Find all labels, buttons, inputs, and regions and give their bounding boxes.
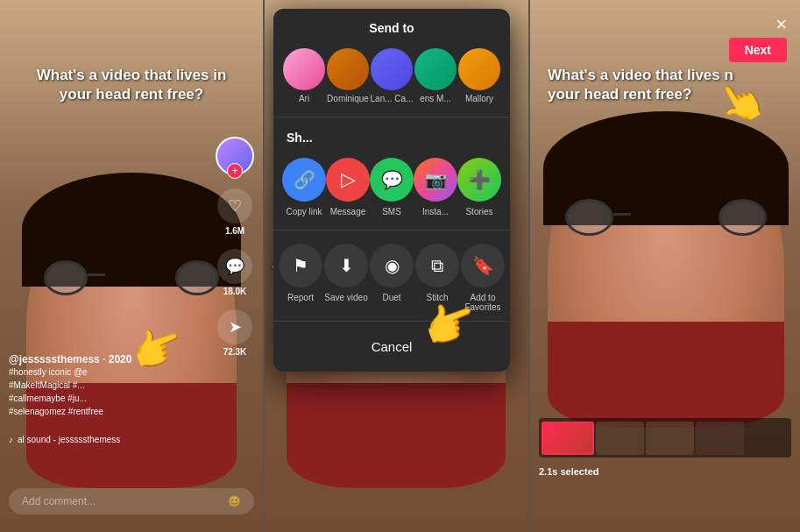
username: @jesssssthemess · 2020 bbox=[9, 353, 131, 365]
left-glasses-bridge bbox=[88, 273, 105, 276]
share-sms[interactable]: 💬 SMS bbox=[370, 158, 414, 216]
heart-icon: ♡ bbox=[217, 188, 252, 223]
report-label: Report bbox=[287, 293, 314, 302]
save-label: Save video bbox=[324, 293, 367, 302]
emoji-icon: 😊 bbox=[228, 495, 241, 507]
timeline-thumb-selected bbox=[542, 422, 594, 455]
left-actions: + ♡ 1.6M 💬 18.0K ➤ 72.3K bbox=[216, 137, 254, 357]
report-icon: ⚑ bbox=[279, 244, 322, 287]
avatar-item[interactable]: + bbox=[216, 137, 254, 175]
stitch-icon: ⧉ bbox=[415, 244, 459, 287]
share-message[interactable]: ▷ Message bbox=[326, 158, 370, 216]
left-glasses-left bbox=[44, 260, 88, 295]
right-glasses-bridge bbox=[613, 213, 631, 216]
sms-label: SMS bbox=[382, 207, 401, 216]
contact-avatar-dominique bbox=[327, 48, 369, 90]
copy-link-icon: 🔗 bbox=[282, 158, 326, 202]
stories-label: Stories bbox=[465, 207, 492, 216]
stitch-label: Stitch bbox=[426, 293, 448, 302]
middle-video-panel: What's a video that lives in your head r… bbox=[263, 0, 530, 532]
share-icons-row: 🔗 Copy link ▷ Message 💬 SMS 📷 Insta... ➕… bbox=[273, 153, 510, 230]
share-stories[interactable]: ➕ Stories bbox=[457, 158, 501, 216]
contact-avatar-ari bbox=[283, 48, 325, 90]
favorites-label: Add to Favorites bbox=[464, 293, 500, 312]
instagram-icon: 📷 bbox=[414, 158, 457, 202]
right-sweater bbox=[548, 322, 784, 427]
timeline-thumb-4 bbox=[696, 422, 744, 455]
timeline-thumb-3 bbox=[646, 422, 694, 455]
share-icon: ➤ bbox=[217, 309, 252, 344]
favorites-icon: 🔖 bbox=[461, 244, 505, 287]
contact-avatar-lan bbox=[371, 48, 413, 90]
contact-name-ari: Ari bbox=[299, 94, 309, 103]
comment-count: 18.0K bbox=[223, 287, 247, 296]
comment-icon: 💬 bbox=[217, 249, 252, 284]
music-icon: ♪ bbox=[9, 435, 13, 444]
action-duet[interactable]: ◉ Duet bbox=[370, 244, 414, 312]
left-video-panel: What's a video that lives in your head r… bbox=[0, 0, 263, 532]
stories-icon: ➕ bbox=[457, 158, 501, 202]
action-stitch[interactable]: ⧉ Stitch bbox=[415, 244, 459, 312]
cancel-button[interactable]: Cancel bbox=[273, 330, 510, 363]
share-count: 72.3K bbox=[223, 347, 247, 357]
modal-divider1 bbox=[273, 117, 510, 117]
copy-link-label: Copy link bbox=[286, 207, 322, 216]
message-label: Message bbox=[330, 207, 366, 216]
share-section-label: Sh... bbox=[273, 126, 510, 153]
next-button[interactable]: Next bbox=[729, 38, 787, 62]
timeline-thumb-2 bbox=[596, 422, 644, 455]
contact-mallory[interactable]: Mallory bbox=[457, 48, 501, 103]
comment-placeholder: Add comment... bbox=[22, 495, 96, 507]
contact-lan[interactable]: Lan... Ca... bbox=[370, 48, 414, 103]
duet-label: Duet bbox=[382, 293, 400, 302]
share-action[interactable]: ➤ 72.3K bbox=[217, 309, 252, 357]
selected-label: 2.1s selected bbox=[539, 466, 791, 477]
right-video-panel: What's a video that lives nyour head ren… bbox=[530, 0, 800, 532]
share-modal: Send to Ari Dominique Lan... Ca... ens M… bbox=[273, 9, 510, 372]
left-glasses-right bbox=[175, 260, 219, 295]
sound-label: ♪ al sound - jesssssthemess bbox=[9, 435, 120, 444]
like-count: 1.6M bbox=[225, 226, 244, 236]
sms-icon: 💬 bbox=[370, 158, 414, 202]
share-instagram[interactable]: 📷 Insta... bbox=[414, 158, 457, 216]
sound-text: al sound - jesssssthemess bbox=[18, 435, 120, 444]
contact-ari[interactable]: Ari bbox=[282, 48, 326, 103]
left-video-title: What's a video that lives in your head r… bbox=[18, 66, 245, 104]
close-button[interactable]: × bbox=[775, 13, 787, 36]
right-video-title: What's a video that lives nyour head ren… bbox=[548, 66, 747, 104]
duet-icon: ◉ bbox=[370, 244, 414, 287]
right-glasses-left bbox=[565, 199, 613, 236]
contact-name-mallory: Mallory bbox=[465, 94, 493, 103]
instagram-label: Insta... bbox=[422, 207, 449, 216]
middle-sweater bbox=[287, 383, 506, 488]
timeline-bar[interactable] bbox=[539, 418, 791, 458]
modal-title: Send to bbox=[273, 9, 510, 44]
action-save[interactable]: ⬇ Save video bbox=[324, 244, 368, 312]
message-icon: ▷ bbox=[326, 158, 370, 202]
comment-bar[interactable]: Add comment... 😊 bbox=[9, 488, 254, 514]
contact-name-ens: ens M... bbox=[420, 94, 451, 103]
share-copy-link[interactable]: 🔗 Copy link bbox=[282, 158, 326, 216]
contacts-row: Ari Dominique Lan... Ca... ens M... Mall… bbox=[273, 44, 510, 117]
like-action[interactable]: ♡ 1.6M bbox=[217, 188, 252, 236]
comment-action[interactable]: 💬 18.0K bbox=[217, 249, 252, 296]
contact-name-dominique: Dominique bbox=[327, 94, 369, 103]
contact-dominique[interactable]: Dominique bbox=[326, 48, 370, 103]
right-glasses-right bbox=[719, 199, 767, 236]
contact-avatar-ens bbox=[414, 48, 457, 90]
contact-ens[interactable]: ens M... bbox=[414, 48, 457, 103]
action-report[interactable]: ⚑ Report bbox=[279, 244, 322, 312]
contact-name-lan: Lan... Ca... bbox=[371, 94, 414, 103]
save-icon: ⬇ bbox=[324, 244, 368, 287]
modal-actions-row: ⚑ Report ⬇ Save video ◉ Duet ⧉ Stitch 🔖 … bbox=[273, 239, 510, 321]
modal-divider2 bbox=[273, 230, 510, 231]
modal-divider3 bbox=[273, 321, 510, 322]
hashtags: #honestly iconic @e #MakeItMagical #... … bbox=[9, 365, 103, 418]
action-favorites[interactable]: 🔖 Add to Favorites bbox=[461, 244, 505, 312]
follow-badge: + bbox=[227, 163, 243, 179]
right-person bbox=[548, 111, 784, 427]
contact-avatar-mallory bbox=[458, 48, 500, 90]
